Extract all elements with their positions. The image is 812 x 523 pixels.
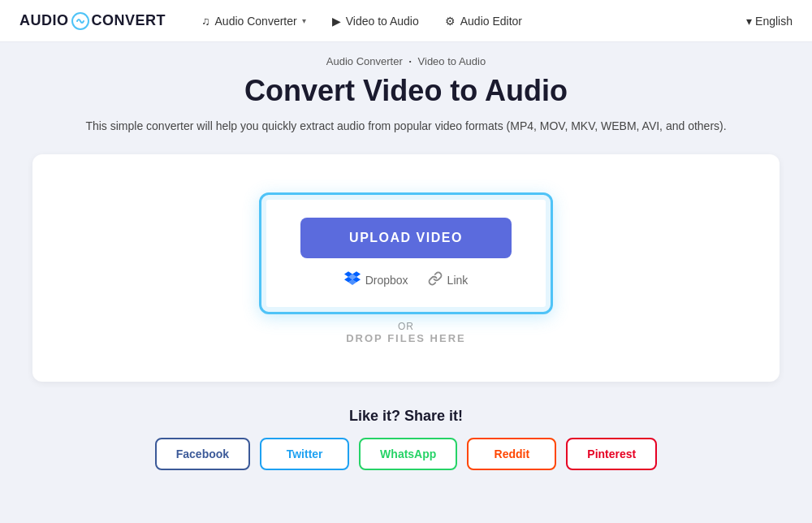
nav-audio-converter[interactable]: ♫ Audio Converter ▾ xyxy=(192,8,316,34)
share-section: Like it? Share it! Facebook Twitter What… xyxy=(32,408,780,490)
breadcrumb-audio-converter[interactable]: Audio Converter xyxy=(326,55,403,67)
sliders-icon: ⚙ xyxy=(445,15,456,28)
chevron-down-lang-icon: ▾ xyxy=(746,15,752,28)
link-label: Link xyxy=(447,274,469,287)
dropbox-icon xyxy=(344,271,361,289)
nav-video-to-audio[interactable]: ▶ Video to Audio xyxy=(322,8,429,34)
link-icon xyxy=(428,271,443,288)
video-icon: ▶ xyxy=(332,15,341,28)
music-icon: ♫ xyxy=(201,15,210,28)
drop-files-label: DROP FILES HERE xyxy=(346,332,466,344)
share-title: Like it? Share it! xyxy=(32,408,780,425)
share-buttons: Facebook Twitter WhatsApp Reddit Pintere… xyxy=(32,438,780,470)
link-option[interactable]: Link xyxy=(428,271,469,288)
logo-icon xyxy=(71,11,90,31)
share-twitter-button[interactable]: Twitter xyxy=(260,438,349,470)
upload-video-button[interactable]: UPLOAD VIDEO xyxy=(300,218,512,258)
page-title: Convert Video to Audio xyxy=(32,74,780,108)
header: AUDIO CONVERT ♫ Audio Converter ▾ ▶ Vide… xyxy=(0,0,812,42)
nav-video-label: Video to Audio xyxy=(346,15,419,28)
share-pinterest-button[interactable]: Pinterest xyxy=(566,438,657,470)
language-label: English xyxy=(755,15,793,28)
upload-options: Dropbox Link xyxy=(344,271,469,289)
chevron-down-icon: ▾ xyxy=(302,16,306,25)
dropbox-option[interactable]: Dropbox xyxy=(344,271,408,289)
page-description: This simple converter will help you quic… xyxy=(32,118,780,135)
logo-convert-text: CONVERT xyxy=(92,12,166,29)
logo-audio-text: AUDIO xyxy=(19,12,69,29)
nav-audio-converter-label: Audio Converter xyxy=(215,15,297,28)
breadcrumb-separator: • xyxy=(409,58,412,65)
share-facebook-button[interactable]: Facebook xyxy=(155,438,250,470)
upload-box: UPLOAD VIDEO Dropbox xyxy=(259,192,553,314)
dropbox-label: Dropbox xyxy=(365,274,408,287)
share-reddit-button[interactable]: Reddit xyxy=(467,438,556,470)
main-content: Convert Video to Audio This simple conve… xyxy=(16,74,796,490)
language-selector[interactable]: ▾ English xyxy=(746,15,793,28)
main-nav: ♫ Audio Converter ▾ ▶ Video to Audio ⚙ A… xyxy=(192,8,746,34)
share-whatsapp-button[interactable]: WhatsApp xyxy=(359,438,457,470)
breadcrumb: Audio Converter • Video to Audio xyxy=(0,42,812,74)
logo[interactable]: AUDIO CONVERT xyxy=(19,11,166,31)
upload-container: UPLOAD VIDEO Dropbox xyxy=(32,154,780,382)
or-separator: OR xyxy=(398,321,414,332)
nav-audio-editor[interactable]: ⚙ Audio Editor xyxy=(435,8,532,34)
nav-editor-label: Audio Editor xyxy=(460,15,522,28)
breadcrumb-video-to-audio[interactable]: Video to Audio xyxy=(418,55,486,67)
